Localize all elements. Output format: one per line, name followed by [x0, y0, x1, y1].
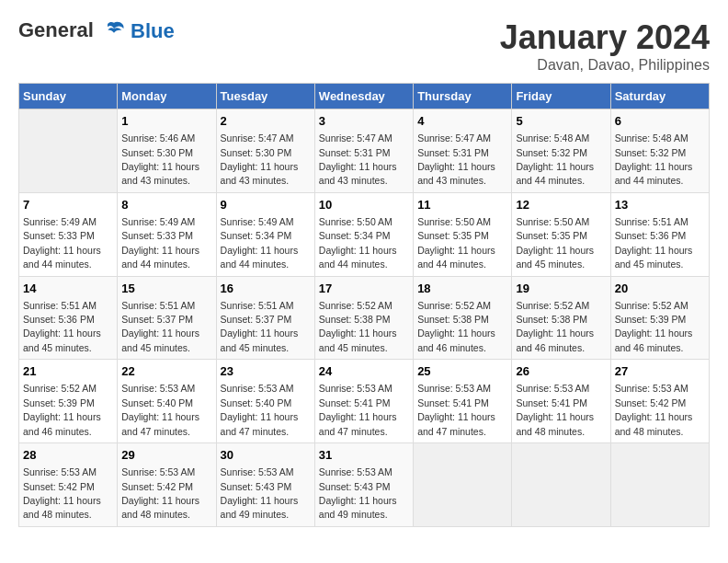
day-daylight: Daylight: 11 hours and 48 minutes.	[23, 495, 101, 520]
day-sunrise: Sunrise: 5:53 AM	[516, 383, 589, 394]
week-row-4: 21 Sunrise: 5:52 AM Sunset: 5:39 PM Dayl…	[19, 360, 710, 443]
day-number: 19	[516, 281, 606, 297]
day-number: 28	[23, 447, 113, 464]
calendar-cell: 4 Sunrise: 5:47 AM Sunset: 5:31 PM Dayli…	[414, 109, 512, 193]
calendar-body: 1 Sunrise: 5:46 AM Sunset: 5:30 PM Dayli…	[19, 109, 710, 527]
day-sunset: Sunset: 5:32 PM	[516, 147, 587, 158]
day-number: 30	[221, 447, 311, 464]
day-number: 8	[121, 197, 211, 213]
day-sunrise: Sunrise: 5:47 AM	[221, 132, 294, 144]
day-sunset: Sunset: 5:38 PM	[319, 314, 391, 325]
calendar-cell: 26 Sunrise: 5:53 AM Sunset: 5:41 PM Dayl…	[512, 360, 610, 443]
day-sunrise: Sunrise: 5:52 AM	[417, 300, 491, 311]
calendar-cell: 19 Sunrise: 5:52 AM Sunset: 5:38 PM Dayl…	[512, 276, 610, 360]
calendar-cell: 18 Sunrise: 5:52 AM Sunset: 5:38 PM Dayl…	[414, 276, 512, 360]
day-sunrise: Sunrise: 5:53 AM	[121, 466, 195, 477]
day-sunrise: Sunrise: 5:53 AM	[417, 383, 491, 394]
day-sunrise: Sunrise: 5:47 AM	[417, 132, 491, 144]
day-sunrise: Sunrise: 5:52 AM	[615, 300, 688, 311]
day-daylight: Daylight: 11 hours and 46 minutes.	[23, 411, 101, 436]
day-daylight: Daylight: 11 hours and 47 minutes.	[319, 411, 397, 436]
day-daylight: Daylight: 11 hours and 44 minutes.	[516, 161, 594, 186]
day-sunset: Sunset: 5:31 PM	[319, 147, 391, 158]
day-number: 5	[516, 113, 606, 130]
week-row-1: 1 Sunrise: 5:46 AM Sunset: 5:30 PM Dayli…	[19, 109, 710, 193]
day-sunset: Sunset: 5:37 PM	[221, 314, 292, 325]
calendar-cell: 28 Sunrise: 5:53 AM Sunset: 5:42 PM Dayl…	[19, 443, 118, 527]
day-sunrise: Sunrise: 5:49 AM	[23, 216, 97, 227]
day-sunrise: Sunrise: 5:53 AM	[221, 383, 294, 394]
day-sunrise: Sunrise: 5:53 AM	[23, 466, 97, 477]
day-number: 7	[23, 197, 113, 213]
day-number: 26	[516, 363, 606, 380]
day-daylight: Daylight: 11 hours and 49 minutes.	[221, 495, 299, 520]
day-daylight: Daylight: 11 hours and 44 minutes.	[417, 245, 495, 270]
day-sunset: Sunset: 5:32 PM	[615, 147, 687, 158]
day-sunrise: Sunrise: 5:48 AM	[516, 132, 589, 144]
day-sunset: Sunset: 5:43 PM	[221, 481, 292, 492]
day-sunrise: Sunrise: 5:51 AM	[221, 300, 294, 311]
day-sunset: Sunset: 5:39 PM	[615, 314, 687, 325]
calendar-table: SundayMondayTuesdayWednesdayThursdayFrid…	[18, 83, 710, 527]
day-daylight: Daylight: 11 hours and 43 minutes.	[417, 161, 495, 186]
calendar-cell: 5 Sunrise: 5:48 AM Sunset: 5:32 PM Dayli…	[512, 109, 610, 193]
calendar-cell: 22 Sunrise: 5:53 AM Sunset: 5:40 PM Dayl…	[118, 360, 216, 443]
day-sunrise: Sunrise: 5:52 AM	[23, 383, 97, 394]
day-daylight: Daylight: 11 hours and 44 minutes.	[23, 245, 101, 270]
day-sunrise: Sunrise: 5:47 AM	[319, 132, 392, 144]
day-sunrise: Sunrise: 5:49 AM	[121, 216, 195, 227]
header-tuesday: Tuesday	[216, 84, 314, 109]
calendar-cell: 14 Sunrise: 5:51 AM Sunset: 5:36 PM Dayl…	[19, 276, 118, 360]
day-sunset: Sunset: 5:42 PM	[615, 397, 687, 408]
day-daylight: Daylight: 11 hours and 47 minutes.	[221, 411, 299, 436]
calendar-cell: 6 Sunrise: 5:48 AM Sunset: 5:32 PM Dayli…	[610, 109, 709, 193]
day-number: 29	[121, 447, 211, 464]
day-sunset: Sunset: 5:40 PM	[121, 397, 193, 408]
day-sunrise: Sunrise: 5:48 AM	[615, 132, 688, 144]
day-number: 4	[417, 113, 507, 130]
day-daylight: Daylight: 11 hours and 45 minutes.	[319, 327, 397, 352]
day-sunset: Sunset: 5:33 PM	[121, 230, 193, 241]
header-wednesday: Wednesday	[314, 84, 413, 109]
day-daylight: Daylight: 11 hours and 49 minutes.	[319, 495, 397, 520]
calendar-cell: 12 Sunrise: 5:50 AM Sunset: 5:35 PM Dayl…	[512, 192, 610, 276]
logo: General Blue	[18, 18, 175, 44]
day-number: 10	[319, 197, 409, 213]
day-number: 31	[319, 447, 409, 464]
calendar-cell: 17 Sunrise: 5:52 AM Sunset: 5:38 PM Dayl…	[314, 276, 413, 360]
day-number: 17	[319, 281, 409, 297]
day-daylight: Daylight: 11 hours and 45 minutes.	[615, 245, 693, 270]
day-daylight: Daylight: 11 hours and 45 minutes.	[121, 327, 199, 352]
day-sunset: Sunset: 5:31 PM	[417, 147, 489, 158]
day-sunrise: Sunrise: 5:51 AM	[121, 300, 195, 311]
day-number: 13	[615, 197, 705, 213]
calendar-cell: 31 Sunrise: 5:53 AM Sunset: 5:43 PM Dayl…	[314, 443, 413, 527]
calendar-cell: 30 Sunrise: 5:53 AM Sunset: 5:43 PM Dayl…	[216, 443, 314, 527]
day-sunset: Sunset: 5:30 PM	[121, 147, 193, 158]
calendar-cell	[512, 443, 610, 527]
calendar-cell: 16 Sunrise: 5:51 AM Sunset: 5:37 PM Dayl…	[216, 276, 314, 360]
calendar-cell: 3 Sunrise: 5:47 AM Sunset: 5:31 PM Dayli…	[314, 109, 413, 193]
day-sunset: Sunset: 5:38 PM	[417, 314, 489, 325]
day-sunrise: Sunrise: 5:52 AM	[516, 300, 589, 311]
calendar-cell: 11 Sunrise: 5:50 AM Sunset: 5:35 PM Dayl…	[414, 192, 512, 276]
day-sunrise: Sunrise: 5:49 AM	[221, 216, 294, 227]
header-monday: Monday	[118, 84, 216, 109]
day-number: 24	[319, 363, 409, 380]
day-sunset: Sunset: 5:35 PM	[516, 230, 587, 241]
day-number: 12	[516, 197, 606, 213]
day-number: 1	[121, 113, 211, 130]
day-number: 15	[121, 281, 211, 297]
day-number: 25	[417, 363, 507, 380]
day-daylight: Daylight: 11 hours and 43 minutes.	[121, 161, 199, 186]
logo-bird-icon	[101, 18, 127, 44]
calendar-cell: 1 Sunrise: 5:46 AM Sunset: 5:30 PM Dayli…	[118, 109, 216, 193]
day-daylight: Daylight: 11 hours and 47 minutes.	[417, 411, 495, 436]
logo-text-general: General	[18, 18, 94, 41]
day-number: 16	[221, 281, 311, 297]
day-daylight: Daylight: 11 hours and 48 minutes.	[121, 495, 199, 520]
day-number: 11	[417, 197, 507, 213]
day-daylight: Daylight: 11 hours and 44 minutes.	[121, 245, 199, 270]
day-sunset: Sunset: 5:34 PM	[221, 230, 292, 241]
day-number: 3	[319, 113, 409, 130]
